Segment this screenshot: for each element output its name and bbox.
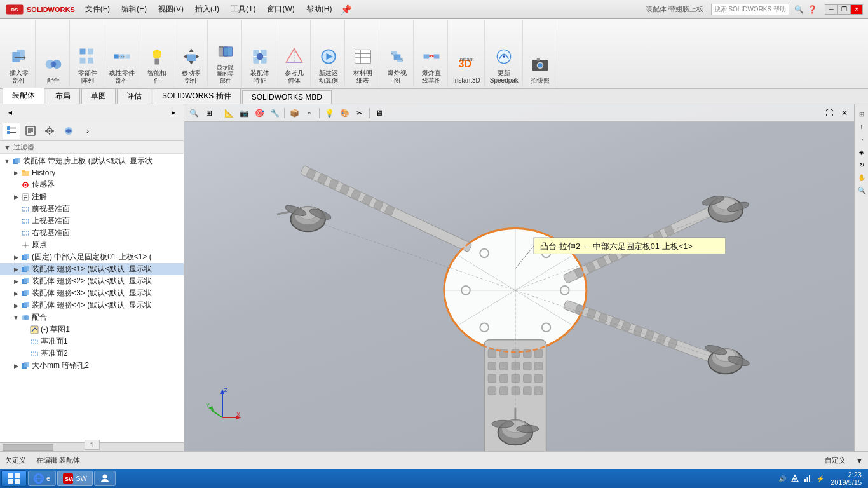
tab-display-manager[interactable] [60, 123, 78, 139]
tool-explode-line[interactable]: 爆炸直线草图 [415, 20, 448, 87]
tab-feature-tree[interactable] [3, 123, 20, 139]
tab-layout[interactable]: 布局 [46, 88, 80, 104]
taskbar-clock[interactable]: 2:23 2019/5/15 [828, 471, 864, 486]
tree-item-notes[interactable]: ▶ 注解 [0, 191, 184, 203]
tree-item-wing4[interactable]: ▶ 装配体 翅膀<4> (默认<默认_显示状 [0, 299, 184, 311]
taskbar-app-user[interactable] [94, 471, 116, 486]
vp-measure-icon[interactable]: 📐 [222, 107, 236, 119]
tree-item-sketch1[interactable]: ▶ (-) 草图1 [0, 323, 184, 336]
rt-zoom-icon[interactable]: 🔍 [856, 184, 867, 196]
status-arrow-icon[interactable]: ▼ [856, 457, 863, 464]
search-icon[interactable]: 🔍 [794, 5, 804, 14]
tool-move-part[interactable]: 移动零部件 [175, 20, 208, 87]
rt-view-right-icon[interactable]: → [856, 133, 867, 145]
left-panel-scrollbar-thumb[interactable] [3, 444, 53, 451]
vp-display-mode-icon[interactable]: 📦 [287, 107, 301, 119]
tool-explode-view[interactable]: 爆炸视图 [381, 20, 414, 87]
menu-file[interactable]: 文件(F) [80, 3, 115, 16]
tree-item-datum1[interactable]: ▶ 基准面1 [0, 336, 184, 348]
tray-icon-battery[interactable]: ⚡ [815, 473, 825, 484]
rt-rotate-icon[interactable]: ↻ [856, 159, 867, 170]
tool-snapshot[interactable]: 拍快照 [524, 20, 557, 87]
panel-collapse-button[interactable]: ◂ [3, 105, 18, 119]
vp-zoom-fit-icon[interactable]: ⊞ [202, 107, 216, 119]
tool-linear-part[interactable]: 线性零件部件 [105, 20, 139, 87]
tree-item-wing2[interactable]: ▶ 装配体 翅膀<2> (默认<默认_显示状 [0, 275, 184, 287]
vp-view-setting-icon[interactable]: 🖥 [372, 107, 386, 119]
rt-pan-icon[interactable]: ✋ [856, 172, 867, 183]
vp-lighting-icon[interactable]: 💡 [322, 107, 336, 119]
tree-item-origin[interactable]: ▶ 原点 [0, 239, 184, 251]
taskbar-app-ie[interactable]: e [28, 471, 56, 486]
tree-item-right-plane[interactable]: ▶ 右视基准面 [0, 227, 184, 239]
tool-instant3d[interactable]: 3DInstant Instant3D [449, 20, 485, 87]
tray-icon-network[interactable] [803, 473, 813, 484]
tool-assemble-feature[interactable]: 装配体特征 [243, 20, 276, 87]
search-box[interactable]: 搜索 SOLIDWORKS 帮助 [711, 4, 789, 15]
vp-fullscreen-icon[interactable]: ⛶ [822, 107, 836, 119]
tab-sw-plugins[interactable]: SOLIDWORKS 插件 [153, 88, 241, 104]
taskbar-app-sw[interactable]: SW SW [57, 471, 93, 486]
tree-item-top-plane[interactable]: ▶ 上视基准面 [0, 215, 184, 227]
tool-ref-geometry[interactable]: 参考几何体 [278, 20, 311, 87]
tool-insert-part[interactable]: 插入零部件 [3, 20, 36, 87]
vp-camera-icon[interactable]: 📷 [237, 107, 251, 119]
tab-config-manager[interactable] [41, 123, 58, 139]
vp-snap-icon[interactable]: 🎯 [252, 107, 266, 119]
restore-button[interactable]: ❐ [837, 4, 850, 15]
tab-evaluate[interactable]: 评估 [117, 88, 151, 104]
origin-label: 原点 [32, 240, 47, 250]
tab-sw-mbd[interactable]: SOLIDWORKS MBD [242, 90, 332, 104]
vp-hidden-lines-icon[interactable]: ▫ [302, 107, 316, 119]
tool-new-motion[interactable]: 新建运动算例 [312, 20, 345, 87]
rt-view-top-icon[interactable]: ⊞ [856, 108, 867, 119]
tree-item-wing1[interactable]: ▶ 装配体 翅膀<1> (默认<默认_显示状 [0, 263, 184, 275]
menu-edit[interactable]: 编辑(E) [116, 3, 152, 16]
tab-sketch[interactable]: 草图 [81, 88, 116, 104]
vp-close-icon[interactable]: ✕ [837, 107, 851, 119]
tree-item-wing3[interactable]: ▶ 装配体 翅膀<3> (默认<默认_显示状 [0, 287, 184, 299]
3d-viewport[interactable]: 🔍 ⊞ 📐 📷 🎯 🔧 📦 ▫ 💡 🎨 ✂ 🖥 ⛶ ✕ [184, 104, 854, 451]
tree-item-fixed-plate[interactable]: ▶ (固定) 中部六足固定板01-上板<1> ( [0, 251, 184, 263]
help-icon[interactable]: ❓ [808, 5, 817, 14]
tree-item-front-plane[interactable]: ▶ 前视基准面 [0, 203, 184, 215]
rt-view-iso-icon[interactable]: ◈ [856, 146, 867, 158]
tool-smart-part[interactable]: 智能扣件 [140, 20, 173, 87]
tab-more[interactable]: › [79, 123, 97, 139]
vp-filter-icon[interactable]: 🔧 [268, 107, 281, 119]
vp-section-icon[interactable]: ✂ [353, 107, 367, 119]
menu-view[interactable]: 视图(V) [153, 3, 189, 16]
tree-root[interactable]: ▼ 装配体 带翅膀上板 (默认<默认_显示状 [0, 155, 184, 167]
menu-insert[interactable]: 插入(J) [190, 3, 224, 16]
menu-help[interactable]: 帮助(H) [301, 3, 337, 16]
minimize-button[interactable]: ─ [825, 4, 837, 15]
clock-date: 2019/5/15 [831, 478, 862, 486]
mate-icon [20, 313, 31, 323]
tab-property-manager[interactable] [22, 123, 39, 139]
tool-show-hidden[interactable]: 显示隐藏的零部件 [209, 20, 242, 87]
panel-expand-button[interactable]: ▸ [166, 105, 181, 119]
tree-item-size-hole[interactable]: ▶ 大小mm 暗销孔2 [0, 360, 184, 372]
tab-assembly[interactable]: 装配体 [3, 88, 44, 104]
vp-appearance-icon[interactable]: 🎨 [337, 107, 351, 119]
tool-assembly-mate[interactable]: 配合 [37, 20, 70, 87]
svg-point-193 [492, 420, 514, 428]
start-button[interactable] [1, 470, 27, 487]
tree-item-sensor[interactable]: ▶ 传感器 [0, 179, 184, 191]
tool-material-table[interactable]: 材料明细表 [346, 20, 379, 87]
menu-window[interactable]: 窗口(W) [262, 3, 299, 16]
tool-speedpak[interactable]: 更新Speedpak [486, 20, 523, 87]
tree-item-datum2[interactable]: ▶ 基准面2 [0, 348, 184, 360]
svg-text:凸台-拉伸2 ← 中部六足固定板01-上板<1>: 凸台-拉伸2 ← 中部六足固定板01-上板<1> [540, 242, 693, 251]
rt-view-front-icon[interactable]: ↑ [856, 121, 867, 132]
tree-item-history[interactable]: ▶ History [0, 167, 184, 179]
tray-icon-1[interactable]: 🔊 [777, 473, 787, 484]
feature-tree[interactable]: ▼ 装配体 带翅膀上板 (默认<默认_显示状 ▶ History ▶ [0, 154, 184, 442]
tool-part-array[interactable]: 零部件阵列 [71, 20, 104, 87]
menu-tools[interactable]: 工具(T) [226, 3, 261, 16]
right-plane-icon [20, 228, 31, 238]
tree-item-mate[interactable]: ▼ 配合 [0, 311, 184, 323]
vp-zoom-icon[interactable]: 🔍 [187, 107, 201, 119]
close-button[interactable]: ✕ [850, 4, 863, 15]
tray-icon-2[interactable] [790, 473, 800, 484]
